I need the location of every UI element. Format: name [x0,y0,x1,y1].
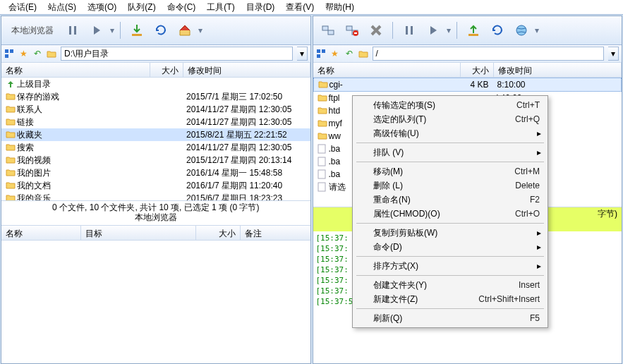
local-path-input[interactable]: D:\用户目录 [61,47,293,61]
play-button[interactable] [86,20,107,41]
svg-rect-7 [328,30,334,35]
list-item[interactable]: 保存的游戏2015/7/1 星期三 17:02:50 [1,90,310,103]
folder-my-icon [6,155,16,165]
menu-bar: 会话(E)站点(S)选项(O)队列(Z)命令(C)工具(T)目录(D)查看(V)… [0,0,623,15]
connect-button[interactable] [317,20,339,41]
menu-item[interactable]: 传输选定的项(S)Ctrl+T [355,98,545,112]
remote-pause-button[interactable] [399,20,420,41]
remote-toolbar: ▾ ▾ [313,16,622,45]
svg-rect-6 [322,26,328,30]
menu-item[interactable]: 选项(O) [82,1,122,14]
path-dropdown-button[interactable]: ▾ [608,47,619,61]
remote-play-button[interactable] [423,20,444,41]
list-item[interactable]: 我的视频2015/12/17 星期四 20:13:14 [1,154,310,166]
menu-item[interactable]: 创建文件夹(Y)Insert [355,278,545,292]
folder-icon [317,131,327,141]
globe-button[interactable] [511,20,532,41]
menu-item[interactable]: 站点(S) [42,1,82,14]
local-queue-header: 名称 目标 大小 备注 [1,225,310,241]
svg-rect-21 [318,170,325,178]
folder-my-icon [6,181,16,190]
tree-icon[interactable] [4,49,14,59]
local-title: 本地浏览器 [11,25,54,37]
menu-item[interactable]: 新建文件(Z)Ctrl+Shift+Insert [355,292,545,306]
disconnect-button[interactable] [341,20,363,41]
list-item[interactable]: 我的音乐2015/6/7 星期日 18:23:23 [1,192,310,200]
folder-icon [317,93,327,103]
menu-item[interactable]: 复制到剪贴板(W)▸ [355,226,545,240]
remote-list-header: 名称 大小 修改时间 [313,63,622,78]
col-size[interactable]: 大小 [461,63,494,77]
list-item[interactable]: 收藏夹2015/8/21 星期五 22:21:52 [1,128,310,141]
menu-item[interactable]: 查看(V) [280,1,320,14]
file-icon [317,144,327,154]
svg-rect-5 [5,54,8,58]
list-item[interactable]: 联系人2014/11/27 星期四 12:30:05 [1,103,310,116]
history-icon[interactable]: ↶ [32,49,42,59]
menu-item[interactable]: 命令(C) [162,1,202,14]
folder-icon [358,49,368,59]
menu-item[interactable]: 重命名(N)F2 [355,193,545,207]
local-pane: 本地浏览器 ▾ ▾ ★ ↶ D:\用户目录 ▾ 名称 大小 修改时间 上级目录保… [1,16,311,364]
list-item[interactable]: 上级目录 [1,78,310,90]
menu-item[interactable]: 删除 (L)Delete [355,178,545,193]
svg-rect-18 [317,54,320,58]
context-menu: 传输选定的项(S)Ctrl+T选定的队列(T)Ctrl+Q高级传输(U)▸排队 … [352,95,548,328]
pause-button[interactable] [62,20,83,41]
list-item[interactable]: 链接2014/11/27 星期四 12:30:05 [1,116,310,128]
col-mtime[interactable]: 修改时间 [494,63,622,77]
list-item[interactable]: 搜索2014/11/27 星期四 12:30:05 [1,141,310,154]
history-icon[interactable]: ↶ [344,49,354,59]
svg-rect-4 [10,49,13,53]
svg-rect-13 [411,26,413,35]
upload-button[interactable] [463,20,484,41]
menu-item[interactable]: 选定的队列(T)Ctrl+Q [355,112,545,126]
svg-rect-20 [318,157,325,166]
star-icon[interactable]: ★ [330,49,340,59]
svg-rect-0 [69,26,71,35]
folder-icon [6,130,16,140]
svg-rect-2 [132,34,142,36]
menu-item[interactable]: 命令(D)▸ [355,240,545,254]
tree-icon[interactable] [316,49,326,59]
local-file-list[interactable]: 上级目录保存的游戏2015/7/1 星期三 17:02:50联系人2014/11… [1,78,310,200]
menu-item[interactable]: 目录(D) [241,1,281,14]
folder-icon [6,92,16,102]
list-item[interactable]: 我的文档2016/1/7 星期四 11:20:40 [1,179,310,192]
svg-rect-17 [322,49,325,53]
remote-path-input[interactable]: / [373,47,605,61]
menu-item[interactable]: 属性(CHMOD)(O)Ctrl+O [355,207,545,221]
list-item[interactable]: 我的图片2016/1/4 星期一 15:48:58 [1,166,310,179]
menu-item[interactable]: 工具(T) [201,1,240,14]
folder-my-icon [6,168,16,178]
up-icon [6,79,16,89]
folder-icon [6,104,16,114]
menu-item[interactable]: 刷新(Q)F5 [355,311,545,325]
col-name[interactable]: 名称 [1,63,150,77]
menu-item[interactable]: 帮助(H) [320,1,360,14]
folder-icon [318,80,328,90]
svg-point-15 [516,25,526,35]
abort-button[interactable] [365,20,387,41]
star-icon[interactable]: ★ [18,49,28,59]
menu-item[interactable]: 排队 (V)▸ [355,145,545,159]
menu-item[interactable]: 排序方式(X)▸ [355,259,545,273]
download-button[interactable] [126,20,147,41]
menu-item[interactable]: 高级传输(U)▸ [355,126,545,140]
home-button[interactable] [174,20,195,41]
path-dropdown-button[interactable]: ▾ [297,47,308,61]
col-name[interactable]: 名称 [313,63,461,77]
col-mtime[interactable]: 修改时间 [183,63,310,77]
folder-icon [317,119,327,128]
file-icon [317,169,327,179]
menu-item[interactable]: 队列(Z) [122,1,161,14]
folder-icon [6,117,16,127]
refresh-button[interactable] [150,20,171,41]
local-list-header: 名称 大小 修改时间 [1,63,310,78]
menu-item[interactable]: 移动(M)Ctrl+M [355,164,545,178]
file-icon [317,157,327,166]
menu-item[interactable]: 会话(E) [3,1,42,14]
list-item[interactable]: cgi-4 KB8:10:00 [313,78,622,92]
col-size[interactable]: 大小 [150,63,183,77]
remote-refresh-button[interactable] [487,20,508,41]
